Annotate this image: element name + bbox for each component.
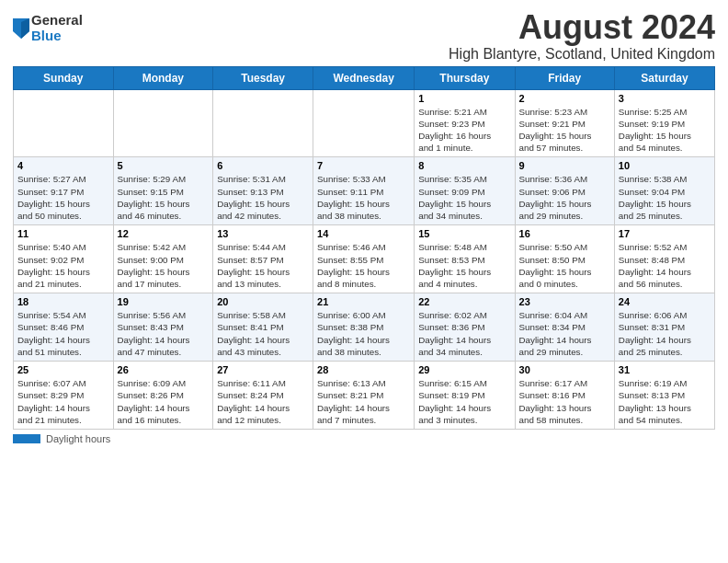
- table-row: 18Sunrise: 5:54 AM Sunset: 8:46 PM Dayli…: [14, 293, 114, 362]
- day-info: Sunrise: 5:31 AM Sunset: 9:13 PM Dayligh…: [217, 173, 309, 222]
- day-info: Sunrise: 6:02 AM Sunset: 8:36 PM Dayligh…: [418, 309, 510, 358]
- table-row: 19Sunrise: 5:56 AM Sunset: 8:43 PM Dayli…: [113, 293, 213, 362]
- table-row: 7Sunrise: 5:33 AM Sunset: 9:11 PM Daylig…: [313, 157, 415, 225]
- day-number: 5: [118, 160, 210, 171]
- day-number: 15: [418, 228, 510, 239]
- day-number: 13: [217, 228, 309, 239]
- calendar-week-row: 1Sunrise: 5:21 AM Sunset: 9:23 PM Daylig…: [14, 89, 715, 157]
- calendar-week-row: 25Sunrise: 6:07 AM Sunset: 8:29 PM Dayli…: [14, 362, 715, 430]
- day-info: Sunrise: 5:29 AM Sunset: 9:15 PM Dayligh…: [118, 173, 210, 222]
- footer-label: Daylight hours: [46, 433, 110, 444]
- col-monday: Monday: [113, 66, 213, 89]
- day-info: Sunrise: 5:42 AM Sunset: 9:00 PM Dayligh…: [118, 241, 210, 290]
- logo: General Blue: [13, 13, 83, 43]
- col-thursday: Thursday: [415, 66, 515, 89]
- day-info: Sunrise: 5:56 AM Sunset: 8:43 PM Dayligh…: [118, 309, 210, 358]
- day-info: Sunrise: 6:17 AM Sunset: 8:16 PM Dayligh…: [519, 377, 610, 426]
- table-row: [213, 89, 313, 157]
- day-number: 19: [118, 296, 210, 307]
- day-number: 23: [519, 296, 610, 307]
- day-info: Sunrise: 5:33 AM Sunset: 9:11 PM Dayligh…: [317, 173, 410, 222]
- logo-blue-text: Blue: [31, 29, 83, 44]
- table-row: 8Sunrise: 5:35 AM Sunset: 9:09 PM Daylig…: [415, 157, 515, 225]
- calendar-table: Sunday Monday Tuesday Wednesday Thursday…: [13, 66, 715, 430]
- table-row: 26Sunrise: 6:09 AM Sunset: 8:26 PM Dayli…: [113, 362, 213, 430]
- table-row: 20Sunrise: 5:58 AM Sunset: 8:41 PM Dayli…: [213, 293, 313, 362]
- day-info: Sunrise: 6:00 AM Sunset: 8:38 PM Dayligh…: [317, 309, 410, 358]
- table-row: 6Sunrise: 5:31 AM Sunset: 9:13 PM Daylig…: [213, 157, 313, 225]
- table-row: 22Sunrise: 6:02 AM Sunset: 8:36 PM Dayli…: [415, 293, 515, 362]
- calendar-week-row: 4Sunrise: 5:27 AM Sunset: 9:17 PM Daylig…: [14, 157, 715, 225]
- table-row: 12Sunrise: 5:42 AM Sunset: 9:00 PM Dayli…: [113, 225, 213, 293]
- day-info: Sunrise: 6:07 AM Sunset: 8:29 PM Dayligh…: [17, 377, 109, 426]
- header: General Blue August 2024 High Blantyre, …: [13, 9, 715, 63]
- day-info: Sunrise: 6:11 AM Sunset: 8:24 PM Dayligh…: [217, 377, 309, 426]
- day-number: 28: [317, 364, 410, 375]
- table-row: [14, 89, 114, 157]
- table-row: 3Sunrise: 5:25 AM Sunset: 9:19 PM Daylig…: [614, 89, 714, 157]
- table-row: [313, 89, 415, 157]
- col-wednesday: Wednesday: [313, 66, 415, 89]
- day-number: 22: [418, 296, 510, 307]
- logo-icon: [13, 18, 29, 39]
- day-info: Sunrise: 5:46 AM Sunset: 8:55 PM Dayligh…: [317, 241, 410, 290]
- table-row: 29Sunrise: 6:15 AM Sunset: 8:19 PM Dayli…: [415, 362, 515, 430]
- day-number: 27: [217, 364, 309, 375]
- month-title: August 2024: [449, 9, 715, 46]
- table-row: [113, 89, 213, 157]
- day-number: 30: [519, 364, 610, 375]
- table-row: 14Sunrise: 5:46 AM Sunset: 8:55 PM Dayli…: [313, 225, 415, 293]
- day-info: Sunrise: 5:23 AM Sunset: 9:21 PM Dayligh…: [519, 106, 610, 155]
- day-info: Sunrise: 5:44 AM Sunset: 8:57 PM Dayligh…: [217, 241, 309, 290]
- table-row: 13Sunrise: 5:44 AM Sunset: 8:57 PM Dayli…: [213, 225, 313, 293]
- day-number: 18: [17, 296, 109, 307]
- day-number: 6: [217, 160, 309, 171]
- col-tuesday: Tuesday: [213, 66, 313, 89]
- day-number: 29: [418, 364, 510, 375]
- day-info: Sunrise: 5:25 AM Sunset: 9:19 PM Dayligh…: [619, 106, 711, 155]
- table-row: 1Sunrise: 5:21 AM Sunset: 9:23 PM Daylig…: [415, 89, 515, 157]
- table-row: 11Sunrise: 5:40 AM Sunset: 9:02 PM Dayli…: [14, 225, 114, 293]
- day-number: 11: [17, 228, 109, 239]
- day-number: 14: [317, 228, 410, 239]
- calendar-week-row: 11Sunrise: 5:40 AM Sunset: 9:02 PM Dayli…: [14, 225, 715, 293]
- day-number: 24: [619, 296, 711, 307]
- page: General Blue August 2024 High Blantyre, …: [0, 0, 728, 454]
- day-info: Sunrise: 5:58 AM Sunset: 8:41 PM Dayligh…: [217, 309, 309, 358]
- day-info: Sunrise: 6:13 AM Sunset: 8:21 PM Dayligh…: [317, 377, 410, 426]
- day-number: 20: [217, 296, 309, 307]
- day-info: Sunrise: 5:40 AM Sunset: 9:02 PM Dayligh…: [17, 241, 109, 290]
- table-row: 27Sunrise: 6:11 AM Sunset: 8:24 PM Dayli…: [213, 362, 313, 430]
- table-row: 17Sunrise: 5:52 AM Sunset: 8:48 PM Dayli…: [614, 225, 714, 293]
- day-info: Sunrise: 6:04 AM Sunset: 8:34 PM Dayligh…: [519, 309, 610, 358]
- day-number: 25: [17, 364, 109, 375]
- footer: Daylight hours: [13, 433, 715, 444]
- table-row: 5Sunrise: 5:29 AM Sunset: 9:15 PM Daylig…: [113, 157, 213, 225]
- table-row: 4Sunrise: 5:27 AM Sunset: 9:17 PM Daylig…: [14, 157, 114, 225]
- day-info: Sunrise: 5:35 AM Sunset: 9:09 PM Dayligh…: [418, 173, 510, 222]
- table-row: 15Sunrise: 5:48 AM Sunset: 8:53 PM Dayli…: [415, 225, 515, 293]
- day-number: 12: [118, 228, 210, 239]
- day-info: Sunrise: 5:52 AM Sunset: 8:48 PM Dayligh…: [619, 241, 711, 290]
- day-number: 1: [418, 93, 510, 104]
- table-row: 31Sunrise: 6:19 AM Sunset: 8:13 PM Dayli…: [614, 362, 714, 430]
- col-sunday: Sunday: [14, 66, 114, 89]
- day-info: Sunrise: 6:19 AM Sunset: 8:13 PM Dayligh…: [619, 377, 711, 426]
- day-info: Sunrise: 5:27 AM Sunset: 9:17 PM Dayligh…: [17, 173, 109, 222]
- day-number: 2: [519, 93, 610, 104]
- day-number: 7: [317, 160, 410, 171]
- col-saturday: Saturday: [614, 66, 714, 89]
- table-row: 28Sunrise: 6:13 AM Sunset: 8:21 PM Dayli…: [313, 362, 415, 430]
- location-title: High Blantyre, Scotland, United Kingdom: [449, 46, 715, 63]
- day-number: 9: [519, 160, 610, 171]
- day-number: 26: [118, 364, 210, 375]
- day-number: 10: [619, 160, 711, 171]
- table-row: 24Sunrise: 6:06 AM Sunset: 8:31 PM Dayli…: [614, 293, 714, 362]
- day-info: Sunrise: 6:15 AM Sunset: 8:19 PM Dayligh…: [418, 377, 510, 426]
- day-number: 8: [418, 160, 510, 171]
- day-info: Sunrise: 5:36 AM Sunset: 9:06 PM Dayligh…: [519, 173, 610, 222]
- day-info: Sunrise: 6:09 AM Sunset: 8:26 PM Dayligh…: [118, 377, 210, 426]
- logo-text: General Blue: [31, 13, 83, 43]
- table-row: 16Sunrise: 5:50 AM Sunset: 8:50 PM Dayli…: [515, 225, 614, 293]
- table-row: 10Sunrise: 5:38 AM Sunset: 9:04 PM Dayli…: [614, 157, 714, 225]
